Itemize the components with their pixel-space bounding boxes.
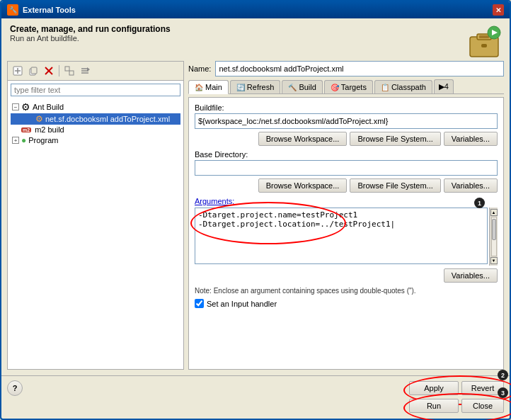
variables-2-button[interactable]: Variables... [444,178,498,193]
targets-tab-icon: 🎯 [331,84,339,91]
browse-filesystem-1-button[interactable]: Browse File System... [350,132,440,146]
buildfile-label: Buildfile: [195,103,498,112]
base-directory-section: Base Directory: Browse Workspace... Brow… [195,150,498,193]
annotation-badge-3: 3 [498,387,508,398]
variables-args-button[interactable]: Variables... [444,268,498,283]
tools-icon [467,24,501,58]
tree-area: − ⚙ Ant Build ⚙ net.sf.docbooksml addToP… [8,99,183,369]
tab-main[interactable]: 🏠 Main [188,80,229,94]
dialog-subtitle: Run an Ant buildfile. [10,34,171,42]
run-icon-area [467,24,501,58]
arguments-label[interactable]: Arguments: [195,197,234,205]
tab-refresh-label: Refresh [247,83,275,91]
run-close-group: Run Close 3 [409,399,504,413]
bottom-buttons: ? Apply Revert 2 [1,375,510,399]
tree-item-m2-build[interactable]: m2 m2 build [11,125,180,135]
note-text: Note: Enclose an argument containing spa… [195,287,498,295]
run-button[interactable]: Run [409,399,459,413]
name-label: Name: [188,64,211,73]
tree-label-ant-build: Ant Build [33,103,64,111]
tree-label-m2: m2 build [35,125,64,134]
arguments-label-wrapper: Arguments: [195,197,498,205]
dialog-title: Create, manage, and run configurations [10,24,171,34]
delete-config-button[interactable] [42,64,56,78]
scroll-track [491,217,497,256]
config-panel: Buildfile: Browse Workspace... Browse Fi… [188,97,504,370]
apply-revert-group: Apply Revert 2 [409,381,504,395]
build-tab-icon: 🔨 [288,84,297,91]
help-button[interactable]: ? [7,380,23,396]
tab-refresh[interactable]: 🔄 Refresh [230,80,281,93]
variables-1-button[interactable]: Variables... [444,132,498,146]
close-button[interactable]: Close [461,399,504,413]
dialog-icon: 🔧 [7,4,18,16]
classpath-tab-icon: 📋 [381,84,389,91]
bottom-right-buttons: Apply Revert 2 [409,381,504,395]
scroll-thumb [492,219,496,240]
checkbox-row: Set an Input handler [195,299,498,308]
tree-label-program: Program [28,136,58,144]
new-config-button[interactable] [11,64,25,78]
tab-classpath-label: Classpath [391,83,426,91]
dialog-header-text: Create, manage, and run configurations R… [10,24,171,42]
annotation-badge-1: 1 [474,198,485,208]
buildfile-section: Buildfile: Browse Workspace... Browse Fi… [195,103,498,146]
toolbar-separator [59,65,59,76]
tab-more[interactable]: ▶4 [434,79,454,93]
tab-targets-label: Targets [341,83,367,91]
tab-main-label: Main [205,83,222,91]
svg-rect-3 [481,44,487,47]
svg-rect-13 [65,67,69,71]
tab-targets[interactable]: 🎯 Targets [324,80,373,93]
filter-input[interactable] [11,84,180,96]
scroll-up-arrow[interactable]: ▲ [490,209,498,216]
apply-button[interactable]: Apply [409,381,459,395]
tab-bar: 🏠 Main 🔄 Refresh 🔨 Build 🎯 Targets 📋 [188,79,504,94]
set-input-handler-label: Set an Input handler [207,300,277,308]
tab-build-label: Build [299,83,316,91]
left-toolbar [8,62,183,81]
base-directory-label: Base Directory: [195,150,498,159]
tab-build[interactable]: 🔨 Build [282,80,322,93]
svg-rect-2 [479,35,489,38]
duplicate-config-button[interactable] [26,64,40,78]
name-input[interactable] [215,61,504,76]
arguments-textarea-wrapper: -Dtarget.project.name=testProject1 -Dtar… [195,208,498,266]
expand-program[interactable]: + [12,137,19,144]
tree-item-program[interactable]: + ● Program [11,135,180,146]
annotation-badge-2: 2 [498,370,508,380]
collapse-all-button[interactable] [62,64,76,78]
dialog-header: Create, manage, and run configurations R… [1,18,510,61]
title-bar: 🔧 External Tools ✕ [1,1,510,18]
window-close-button[interactable]: ✕ [493,4,504,16]
left-panel: − ⚙ Ant Build ⚙ net.sf.docbooksml addToP… [7,61,184,370]
browse-workspace-2-button[interactable]: Browse Workspace... [258,178,348,193]
svg-rect-10 [31,67,37,74]
tree-item-ant-build[interactable]: − ⚙ Ant Build [11,101,180,113]
browse-filesystem-2-button[interactable]: Browse File System... [350,178,440,193]
external-tools-dialog: 🔧 External Tools ✕ Create, manage, and r… [0,0,511,420]
tree-label-net-sf: net.sf.docbooksml addToProject.xml [45,115,170,123]
arguments-textarea[interactable]: -Dtarget.project.name=testProject1 -Dtar… [195,208,488,264]
base-directory-input[interactable] [195,160,498,176]
tab-classpath[interactable]: 📋 Classpath [374,80,432,93]
scroll-down-arrow[interactable]: ▼ [490,257,498,264]
expand-ant-build[interactable]: − [12,103,19,110]
svg-rect-14 [69,71,74,75]
run-close-row: Run Close 3 [1,399,510,419]
title-bar-text: External Tools [23,6,488,14]
arguments-section: Arguments: -Dtarget.project.name=testPro… [195,197,498,283]
browse-workspace-1-button[interactable]: Browse Workspace... [258,132,348,146]
m2-badge: m2 [21,127,31,132]
right-panel: Name: 🏠 Main 🔄 Refresh 🔨 Build 🎯 [188,61,504,370]
more-button[interactable] [78,64,92,78]
set-input-handler-checkbox[interactable] [195,299,204,308]
main-tab-icon: 🏠 [195,84,203,91]
refresh-tab-icon: 🔄 [236,84,245,91]
arguments-scrollbar[interactable]: ▲ ▼ [489,208,498,266]
buildfile-input[interactable] [195,113,498,129]
tab-more-label: ▶4 [439,82,449,91]
content-area: − ⚙ Ant Build ⚙ net.sf.docbooksml addToP… [1,61,510,375]
tree-item-net-sf[interactable]: ⚙ net.sf.docbooksml addToProject.xml [11,113,180,125]
name-row: Name: [188,61,504,76]
